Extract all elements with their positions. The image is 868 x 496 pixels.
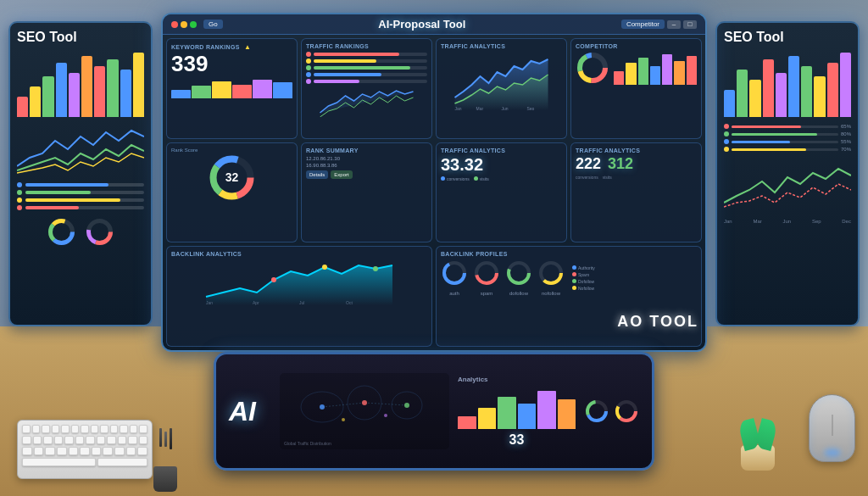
- svg-point-46: [362, 400, 367, 405]
- backlink-profiles-widget: Backlink Profiles auth spam: [436, 246, 702, 347]
- rs-btn-1[interactable]: Details: [306, 170, 328, 179]
- svg-text:Oct: Oct: [346, 300, 353, 305]
- svg-point-45: [320, 404, 325, 410]
- donut-32-widget: Rank Score 32: [166, 142, 298, 243]
- comp-donut: [576, 51, 697, 85]
- traffic-analytics-33-widget: Traffic Analytics 33.32 conversions visi…: [436, 142, 567, 243]
- tr-line-chart: [306, 87, 427, 120]
- ta222-title: Traffic Analytics: [576, 148, 697, 153]
- right-second-chart: [724, 160, 851, 215]
- ta-main-title: Traffic Analytics: [441, 43, 562, 49]
- dashboard-grid: Keyword Rankings ▲ 339 Traffic Rankings: [163, 35, 705, 350]
- bar-5: [69, 73, 80, 117]
- svg-text:Sep: Sep: [527, 106, 535, 110]
- bp-title: Backlink Profiles: [441, 251, 697, 257]
- kw-value: 339: [171, 53, 292, 75]
- rbar-1: [724, 90, 735, 117]
- rs-rows: 12.20.86.21.30 16.90.88.3.86 Details Exp…: [306, 156, 427, 179]
- right-seo-panel: SEO Tool 65% 80% 55% 70%: [715, 21, 860, 326]
- btn-maximize[interactable]: □: [683, 20, 697, 29]
- rbar-8: [814, 76, 825, 117]
- comp-bars: [614, 51, 697, 85]
- backlink-analytics-widget: Backlink Analytics: [166, 246, 432, 347]
- screen-header-bar: Go AI-Proposal Tool Competitor – □: [163, 14, 705, 35]
- left-item-3: [17, 198, 144, 203]
- ta222-val2: 312: [608, 155, 633, 173]
- tab-go[interactable]: Go: [203, 20, 223, 29]
- right-bar-chart: [724, 49, 851, 117]
- keyboard: [17, 420, 153, 479]
- bar-4: [56, 63, 67, 117]
- rbar-9: [827, 63, 838, 117]
- svg-text:Apr: Apr: [253, 300, 259, 305]
- svg-point-49: [384, 414, 387, 417]
- tablet-device: AI Global Traffic Distribution Analytics: [214, 352, 654, 471]
- mouse: [809, 394, 855, 462]
- svg-marker-23: [206, 265, 392, 305]
- competitor-widget: Competitor: [570, 38, 702, 139]
- pen-cup: [153, 466, 177, 492]
- rank-summary-widget: Rank Summary 12.20.86.21.30 16.90.88.3.8…: [301, 142, 432, 243]
- left-line-chart: [17, 124, 144, 178]
- tr-title: Traffic Rankings: [306, 43, 427, 49]
- svg-text:Jan: Jan: [206, 300, 213, 305]
- rbar-6: [788, 56, 799, 117]
- tab-competitor[interactable]: Competitor: [621, 20, 665, 29]
- btn-minimize[interactable]: –: [667, 20, 681, 29]
- svg-text:Global Traffic Distribution: Global Traffic Distribution: [284, 441, 331, 446]
- donut-label: Rank Score: [171, 148, 292, 153]
- left-item-2: [17, 190, 144, 195]
- left-panel-items: [17, 182, 144, 210]
- left-donuts: [17, 217, 144, 247]
- rbar-4: [763, 59, 774, 117]
- ta222-val1: 222: [576, 155, 601, 173]
- bar-8: [107, 59, 118, 117]
- svg-point-24: [271, 277, 276, 282]
- dot-green: [190, 21, 197, 28]
- tablet-logo: AI: [229, 396, 271, 427]
- main-screen: Go AI-Proposal Tool Competitor – □ Keywo…: [161, 13, 707, 352]
- right-panel-title: SEO Tool: [724, 30, 851, 45]
- rs-btn-2[interactable]: Export: [331, 170, 352, 179]
- right-items: 65% 80% 55% 70%: [724, 124, 851, 152]
- tablet-donuts: [584, 398, 639, 424]
- rbar-2: [737, 70, 748, 117]
- svg-point-48: [342, 418, 345, 421]
- mouse-divider: [832, 415, 832, 436]
- bar-10: [133, 53, 144, 117]
- svg-text:Mar: Mar: [476, 106, 484, 110]
- left-seo-panel: SEO Tool: [8, 21, 153, 326]
- svg-text:Jul: Jul: [299, 300, 304, 305]
- ba-title: Backlink Analytics: [171, 251, 427, 257]
- svg-text:Jan: Jan: [455, 106, 462, 110]
- dot-yellow: [181, 21, 187, 28]
- left-item-4: [17, 205, 144, 210]
- right-labels: Jan Mar Jun Sep Dec: [724, 219, 851, 224]
- traffic-rankings-widget: Traffic Rankings: [301, 38, 432, 139]
- left-item-1: [17, 182, 144, 187]
- dot-red: [171, 21, 178, 28]
- rbar-7: [801, 66, 812, 117]
- rbar-3: [749, 80, 760, 117]
- ta33-title: Traffic Analytics: [441, 148, 562, 153]
- kw-mini-bars: [171, 77, 292, 98]
- ba-chart: Jan Apr Jul Oct: [171, 259, 427, 309]
- rbar-10: [840, 53, 851, 117]
- svg-text:Jun: Jun: [502, 106, 509, 110]
- svg-rect-39: [280, 373, 449, 449]
- rs-title: Rank Summary: [306, 148, 427, 153]
- left-panel-title: SEO Tool: [17, 30, 144, 45]
- svg-point-47: [404, 403, 409, 408]
- plant: [732, 420, 783, 471]
- traffic-analytics-222-widget: Traffic Analytics 222 312 conversions vi…: [570, 142, 702, 243]
- left-bar-chart: [17, 49, 144, 117]
- bar-2: [30, 86, 41, 117]
- tablet-content: AI Global Traffic Distribution Analytics: [216, 354, 652, 468]
- ta33-value: 33.32: [441, 155, 562, 175]
- tablet-number: 33: [458, 432, 576, 448]
- rbar-5: [776, 73, 787, 117]
- ao-tool-label: AO TOOL: [617, 313, 698, 331]
- plant-leaves: [732, 420, 783, 449]
- bar-7: [94, 66, 105, 117]
- traffic-analytics-main-widget: Traffic Analytics: [436, 38, 567, 139]
